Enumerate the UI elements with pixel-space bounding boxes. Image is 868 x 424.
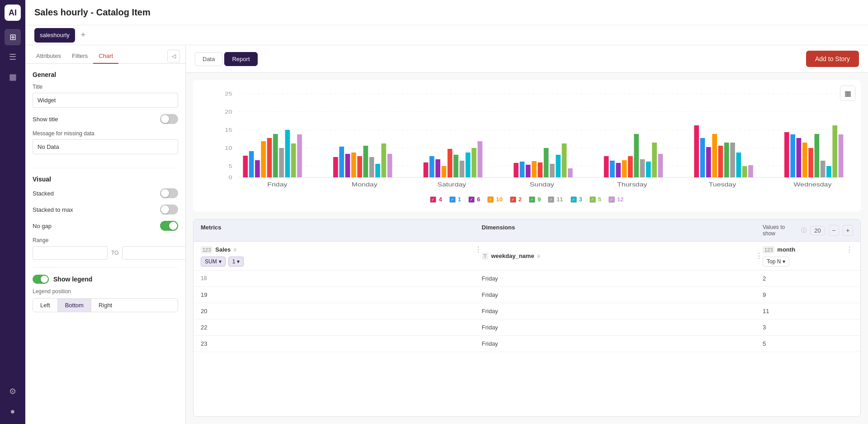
tab-bar: saleshourly +	[25, 25, 868, 45]
svg-rect-84	[821, 161, 826, 177]
legend-item-11[interactable]: ✓ 11	[548, 196, 563, 203]
nav-user-icon[interactable]: ●	[5, 403, 21, 419]
legend-row: Show legend	[33, 275, 178, 284]
increment-button[interactable]: +	[843, 225, 853, 236]
svg-text:Sunday: Sunday	[530, 181, 555, 188]
values-count: 20	[810, 226, 825, 235]
legend-item-4[interactable]: ✓ 4	[430, 196, 442, 203]
add-to-story-button[interactable]: Add to Story	[806, 51, 859, 67]
legend-item-9[interactable]: ✓ 9	[529, 196, 541, 203]
title-field-label: Title	[33, 84, 178, 90]
show-title-label: Show title	[33, 116, 58, 123]
weekday-menu-icon[interactable]: ⋮	[755, 252, 763, 260]
legend-item-5[interactable]: ✓ 5	[590, 196, 601, 203]
values-to-show: Values to show ⓘ 20 − +	[763, 224, 853, 237]
stacked-toggle[interactable]	[160, 188, 178, 198]
svg-rect-36	[435, 159, 440, 177]
svg-rect-79	[790, 134, 795, 177]
panel-content: General Title Show title Message for mis…	[25, 64, 185, 424]
svg-rect-74	[736, 152, 741, 177]
chart-type-icon[interactable]: ▦	[840, 86, 855, 101]
sub-header-row: 123 Sales ≡ ⋮ SUM ▾	[193, 242, 860, 271]
svg-rect-42	[472, 148, 476, 177]
svg-rect-46	[520, 162, 525, 177]
panel-tabs: Attributes Filters Chart ◁	[25, 45, 185, 64]
title-input[interactable]	[33, 93, 178, 108]
legend-item-10[interactable]: ✓ 10	[487, 196, 502, 203]
tab-add-button[interactable]: +	[77, 29, 90, 42]
svg-rect-27	[357, 156, 362, 177]
svg-text:Wednesday: Wednesday	[794, 181, 832, 188]
nav-chart-icon[interactable]: ▦	[5, 69, 21, 85]
no-gap-label: No gap	[33, 223, 52, 229]
legend-item-1[interactable]: ✓ 1	[449, 196, 461, 203]
decrement-button[interactable]: −	[829, 225, 839, 236]
weekday-field-icon: T	[482, 252, 489, 260]
stacked-label: Stacked	[33, 190, 54, 197]
page-title: Sales hourly - Catalog Item	[34, 7, 151, 18]
svg-rect-29	[369, 157, 374, 177]
month-field-name: month	[777, 246, 795, 253]
tab-filters[interactable]: Filters	[66, 49, 93, 64]
sales-field-icon: 123	[201, 246, 212, 253]
range-label: Range	[33, 237, 178, 243]
panel-collapse-button[interactable]: ◁	[167, 50, 180, 62]
legend-item-12[interactable]: ✓ 12	[609, 196, 623, 203]
nav-settings-icon[interactable]: ⚙	[5, 383, 21, 400]
legend-position-buttons: Left Bottom Right	[33, 298, 178, 312]
svg-text:Monday: Monday	[352, 181, 378, 188]
range-to-input[interactable]	[122, 246, 185, 260]
no-gap-toggle[interactable]	[160, 221, 178, 231]
svg-rect-56	[604, 156, 609, 177]
nav-table-icon[interactable]: ☰	[5, 49, 21, 65]
divider-2	[33, 267, 178, 267]
svg-rect-21	[297, 134, 302, 177]
svg-rect-32	[387, 154, 392, 177]
chart-toolbar: Data Report Add to Story	[186, 45, 868, 73]
svg-rect-83	[815, 134, 820, 177]
stacked-max-toggle[interactable]	[160, 205, 178, 214]
legend-item-3[interactable]: ✓ 3	[571, 196, 582, 203]
missing-data-input[interactable]	[33, 139, 178, 154]
show-title-row: Show title	[33, 114, 178, 124]
sales-menu-icon[interactable]: ⋮	[475, 245, 482, 254]
svg-rect-69	[706, 147, 711, 177]
table-row: 22 Friday 3	[193, 319, 860, 336]
svg-rect-34	[424, 162, 429, 177]
num-button[interactable]: 1 ▾	[228, 257, 244, 267]
show-legend-label: Show legend	[53, 276, 92, 283]
tab-saleshourly[interactable]: saleshourly	[34, 28, 75, 43]
svg-rect-24	[339, 147, 344, 177]
nav-grid-icon[interactable]: ⊞	[5, 29, 21, 45]
sales-field-name: Sales	[215, 246, 231, 253]
tab-attributes[interactable]: Attributes	[31, 49, 66, 64]
legend-right-button[interactable]: Right	[91, 299, 119, 312]
svg-text:10: 10	[225, 145, 232, 151]
report-tab[interactable]: Report	[224, 52, 257, 66]
month-menu-icon[interactable]: ⋮	[846, 245, 853, 254]
data-table-header: Metrics Dimensions Values to show ⓘ 20 −…	[193, 219, 860, 242]
visual-section-title: Visual	[33, 176, 178, 183]
topn-button[interactable]: Top N ▾	[763, 257, 789, 267]
svg-rect-48	[532, 161, 537, 177]
svg-rect-63	[646, 162, 651, 177]
svg-rect-67	[694, 125, 699, 177]
svg-rect-70	[712, 134, 717, 177]
range-from-input[interactable]	[33, 246, 108, 260]
legend-item-2[interactable]: ✓ 2	[510, 196, 522, 203]
legend-bottom-button[interactable]: Bottom	[58, 299, 91, 312]
show-title-toggle[interactable]	[160, 114, 178, 124]
top-bar: Sales hourly - Catalog Item	[25, 0, 868, 25]
data-tab[interactable]: Data	[195, 52, 222, 66]
legend-item-6[interactable]: ✓ 6	[468, 196, 480, 203]
svg-rect-26	[351, 152, 356, 177]
legend-left-button[interactable]: Left	[33, 299, 58, 312]
svg-rect-59	[622, 160, 627, 177]
svg-rect-57	[610, 161, 615, 177]
svg-rect-18	[279, 148, 284, 177]
tab-chart[interactable]: Chart	[93, 49, 118, 64]
metrics-header: Metrics	[201, 224, 482, 237]
agg-sum-button[interactable]: SUM ▾	[201, 257, 226, 267]
show-legend-toggle[interactable]	[33, 275, 49, 284]
svg-rect-47	[526, 165, 531, 177]
